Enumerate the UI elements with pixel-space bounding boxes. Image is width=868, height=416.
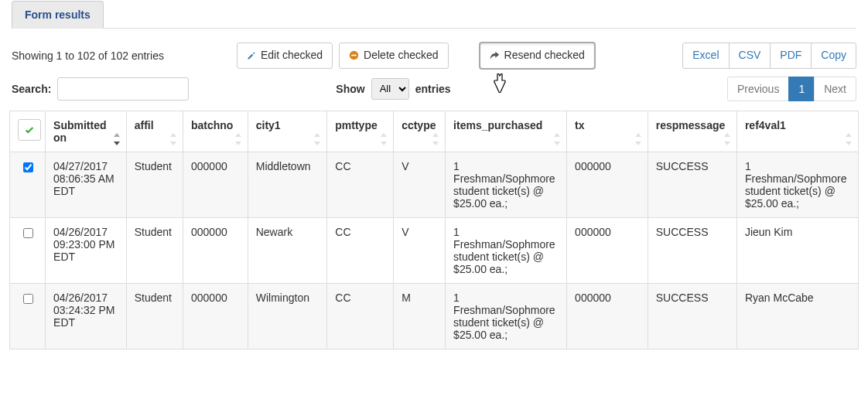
col-cctype[interactable]: cctype	[394, 111, 446, 152]
cell-batchno: 000000	[183, 217, 248, 283]
sort-icon	[552, 133, 562, 145]
col-pmttype[interactable]: pmttype	[327, 111, 394, 152]
col-label: cctype	[402, 119, 436, 131]
col-city1[interactable]: city1	[248, 111, 327, 152]
col-respmessage[interactable]: respmessage	[648, 111, 736, 152]
export-excel-button[interactable]: Excel	[682, 43, 729, 69]
col-submitted-on[interactable]: Submitted on	[46, 111, 127, 152]
table-row: 04/26/2017 09:23:00 PM EDTStudent000000N…	[10, 217, 859, 283]
show-label-after: entries	[415, 83, 451, 95]
cell-items-purchased: 1 Freshman/Sophmore student ticket(s) @ …	[446, 283, 567, 349]
col-affil[interactable]: affil	[126, 111, 183, 152]
col-tx[interactable]: tx	[567, 111, 648, 152]
row-checkbox[interactable]	[23, 294, 33, 304]
results-table: Submitted on affil batchno city1 pmttype…	[9, 111, 859, 350]
export-pdf-button[interactable]: PDF	[770, 43, 812, 69]
entries-summary: Showing 1 to 102 of 102 entries	[12, 49, 164, 62]
sort-icon	[234, 133, 243, 145]
pagination-previous-label: Previous	[737, 83, 779, 95]
col-batchno[interactable]: batchno	[183, 111, 248, 152]
cell-cctype: M	[394, 283, 446, 349]
cell-affil: Student	[126, 152, 183, 217]
pagination-previous[interactable]: Previous	[727, 77, 789, 101]
cell-city1: Middletown	[248, 152, 327, 217]
cell-respmessage: SUCCESS	[648, 217, 736, 283]
col-label: Submitted on	[53, 119, 106, 144]
table-row: 04/26/2017 03:24:32 PM EDTStudent000000W…	[10, 283, 859, 349]
sort-icon	[723, 133, 732, 145]
cell-submitted-on: 04/26/2017 03:24:32 PM EDT	[46, 283, 127, 349]
search-label: Search:	[12, 83, 51, 95]
cell-ref4val1: 1 Freshman/Sophmore student ticket(s) @ …	[736, 152, 858, 217]
cell-ref4val1: Jieun Kim	[736, 217, 858, 283]
cell-checkbox	[10, 217, 46, 283]
resend-checked-label: Resend checked	[504, 48, 585, 63]
cell-respmessage: SUCCESS	[648, 283, 736, 349]
pagination-page-label: 1	[798, 83, 805, 95]
tab-form-results[interactable]: Form results	[12, 1, 104, 29]
cell-batchno: 000000	[183, 283, 248, 349]
col-label: ref4val1	[745, 119, 786, 131]
edit-checked-label: Edit checked	[261, 48, 323, 63]
pagination: Previous 1 Next	[727, 77, 856, 101]
export-pdf-label: PDF	[780, 48, 801, 63]
col-label: tx	[575, 119, 584, 131]
cell-pmttype: CC	[327, 152, 394, 217]
check-all-button[interactable]	[18, 119, 41, 141]
col-label: items_purchased	[453, 119, 542, 131]
col-ref4val1[interactable]: ref4val1	[736, 111, 858, 152]
cell-city1: Wilmington	[248, 283, 327, 349]
pagination-page-1[interactable]: 1	[788, 77, 815, 101]
pagination-next[interactable]: Next	[814, 77, 856, 101]
cell-submitted-on: 04/27/2017 08:06:35 AM EDT	[46, 152, 127, 217]
resend-checked-button[interactable]: Resend checked	[480, 43, 595, 69]
edit-checked-button[interactable]: Edit checked	[237, 43, 333, 69]
sort-icon	[634, 133, 643, 145]
export-excel-label: Excel	[692, 48, 719, 63]
show-label-before: Show	[336, 83, 364, 95]
pagination-next-label: Next	[824, 83, 846, 95]
col-items-purchased[interactable]: items_purchased	[446, 111, 567, 152]
delete-checked-button[interactable]: Delete checked	[339, 43, 449, 69]
pencil-icon	[247, 51, 256, 60]
minus-circle-icon	[349, 50, 359, 60]
cell-cctype: V	[394, 217, 446, 283]
entries-per-page-select[interactable]: All	[371, 78, 409, 100]
export-copy-label: Copy	[821, 48, 846, 63]
sort-icon	[844, 133, 853, 145]
col-label: city1	[256, 119, 281, 131]
cell-checkbox	[10, 152, 46, 217]
export-csv-label: CSV	[739, 48, 761, 63]
cell-pmttype: CC	[327, 283, 394, 349]
sort-icon	[431, 133, 440, 145]
row-checkbox[interactable]	[23, 162, 33, 172]
col-checkbox	[10, 111, 46, 152]
svg-rect-1	[351, 55, 357, 56]
sort-icon	[112, 133, 121, 145]
cell-checkbox	[10, 283, 46, 349]
sort-icon	[313, 133, 322, 145]
sort-icon	[169, 133, 178, 145]
cell-cctype: V	[394, 152, 446, 217]
tab-label: Form results	[25, 9, 91, 21]
cell-city1: Newark	[248, 217, 327, 283]
col-label: affil	[135, 119, 154, 131]
cell-tx: 000000	[567, 217, 648, 283]
cell-respmessage: SUCCESS	[648, 152, 736, 217]
cell-batchno: 000000	[183, 152, 248, 217]
share-arrow-icon	[490, 50, 500, 60]
col-label: respmessage	[656, 119, 726, 131]
cell-tx: 000000	[567, 283, 648, 349]
col-label: batchno	[191, 119, 233, 131]
cell-ref4val1: Ryan McCabe	[736, 283, 858, 349]
check-icon	[24, 124, 35, 135]
search-input[interactable]	[57, 77, 189, 101]
delete-checked-label: Delete checked	[364, 48, 439, 63]
row-checkbox[interactable]	[23, 228, 33, 238]
table-row: 04/27/2017 08:06:35 AM EDTStudent000000M…	[10, 152, 859, 217]
cell-tx: 000000	[567, 152, 648, 217]
export-copy-button[interactable]: Copy	[811, 43, 856, 69]
cell-pmttype: CC	[327, 217, 394, 283]
export-csv-button[interactable]: CSV	[729, 43, 771, 69]
cell-items-purchased: 1 Freshman/Sophmore student ticket(s) @ …	[446, 217, 567, 283]
